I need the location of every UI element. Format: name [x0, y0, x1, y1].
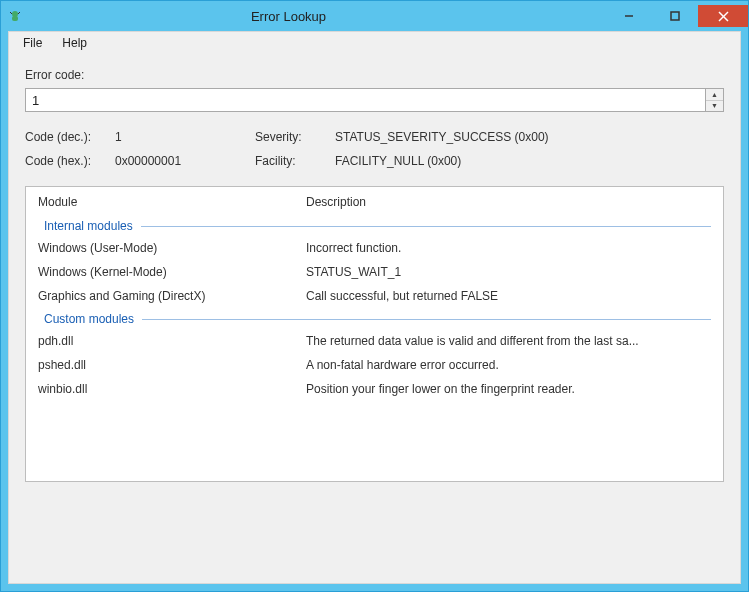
row-desc: Position your finger lower on the finger… — [306, 380, 711, 400]
row-module: Windows (Kernel-Mode) — [38, 263, 306, 283]
row-desc: STATUS_WAIT_1 — [306, 263, 711, 283]
code-dec-value: 1 — [115, 130, 255, 144]
list-item[interactable]: Windows (Kernel-Mode) STATUS_WAIT_1 — [26, 261, 723, 285]
info-grid: Code (dec.): 1 Severity: STATUS_SEVERITY… — [25, 130, 724, 168]
menu-file[interactable]: File — [13, 33, 52, 53]
window-title: Error Lookup — [0, 9, 606, 24]
row-module: pdh.dll — [38, 332, 306, 352]
error-code-label: Error code: — [25, 68, 724, 82]
spinner: ▲ ▼ — [706, 88, 724, 112]
severity-label: Severity: — [255, 130, 335, 144]
list-item[interactable]: pshed.dll A non-fatal hardware error occ… — [26, 354, 723, 378]
group-internal-label: Internal modules — [44, 219, 133, 233]
content-area: File Help Error code: ▲ ▼ Code (dec.): 1… — [8, 31, 741, 584]
code-hex-label: Code (hex.): — [25, 154, 115, 168]
list-item[interactable]: Graphics and Gaming (DirectX) Call succe… — [26, 285, 723, 309]
window-controls — [606, 5, 748, 27]
menu-help[interactable]: Help — [52, 33, 97, 53]
row-module: pshed.dll — [38, 356, 306, 376]
row-desc: The returned data value is valid and dif… — [306, 332, 711, 352]
spin-up-button[interactable]: ▲ — [706, 89, 723, 101]
column-description-header[interactable]: Description — [306, 195, 711, 209]
titlebar[interactable]: Error Lookup — [1, 1, 748, 31]
row-desc: A non-fatal hardware error occurred. — [306, 356, 711, 376]
group-custom-label: Custom modules — [44, 312, 134, 326]
row-desc: Call successful, but returned FALSE — [306, 287, 711, 307]
menubar: File Help — [9, 32, 740, 54]
severity-value: STATUS_SEVERITY_SUCCESS (0x00) — [335, 130, 724, 144]
row-module: Windows (User-Mode) — [38, 239, 306, 259]
error-code-input[interactable] — [25, 88, 706, 112]
minimize-button[interactable] — [606, 5, 652, 27]
spin-down-button[interactable]: ▼ — [706, 101, 723, 112]
svg-rect-5 — [671, 12, 679, 20]
column-module-header[interactable]: Module — [38, 195, 306, 209]
list-item[interactable]: winbio.dll Position your finger lower on… — [26, 378, 723, 402]
results-header: Module Description — [26, 187, 723, 215]
row-module: Graphics and Gaming (DirectX) — [38, 287, 306, 307]
row-module: winbio.dll — [38, 380, 306, 400]
close-button[interactable] — [698, 5, 748, 27]
results-panel: Module Description Internal modules Wind… — [25, 186, 724, 482]
maximize-button[interactable] — [652, 5, 698, 27]
input-row: ▲ ▼ — [25, 88, 724, 112]
body-area: Error code: ▲ ▼ Code (dec.): 1 Severity:… — [9, 54, 740, 492]
facility-value: FACILITY_NULL (0x00) — [335, 154, 724, 168]
window: Error Lookup File Help Error code: ▲ — [0, 0, 749, 592]
row-desc: Incorrect function. — [306, 239, 711, 259]
group-internal-header: Internal modules — [26, 215, 723, 237]
group-custom-header: Custom modules — [26, 308, 723, 330]
facility-label: Facility: — [255, 154, 335, 168]
code-dec-label: Code (dec.): — [25, 130, 115, 144]
code-hex-value: 0x00000001 — [115, 154, 255, 168]
list-item[interactable]: Windows (User-Mode) Incorrect function. — [26, 237, 723, 261]
list-item[interactable]: pdh.dll The returned data value is valid… — [26, 330, 723, 354]
